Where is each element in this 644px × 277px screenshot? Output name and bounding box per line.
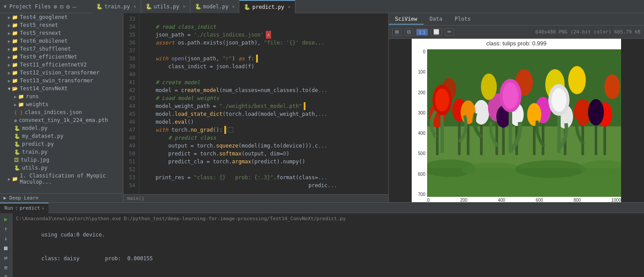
svg-point-46 [462, 163, 524, 178]
run-up-icon[interactable]: ↑ [4, 225, 9, 233]
tab-icon-model: 🐍 [195, 4, 201, 10]
folder-icon: 📁 [12, 38, 18, 44]
tab-sciview[interactable]: SciView [389, 14, 424, 25]
run-tab[interactable]: Run: predict ✕ [0, 203, 48, 213]
svg-point-40 [435, 89, 449, 111]
sidebar-item-convnext[interactable]: ◉ convnext_tiny_1k_224_ema.pth [0, 116, 123, 124]
code-line-54: predic... [143, 181, 385, 189]
tab-close-utils[interactable]: ✕ [183, 4, 186, 9]
sidebar-label: weights [26, 101, 48, 107]
sidebar-item-test11[interactable]: ▶ 📁 Test11_efficientnetV2 [0, 61, 123, 69]
arrow-icon: ▶ [8, 23, 11, 28]
run-sort-icon[interactable]: ≡ [4, 263, 9, 272]
project-icon: ▼ [4, 4, 7, 10]
sidebar-label: my_dataset.py [22, 133, 63, 139]
run-output-line-1: class: daisy prob: 0.000155 [16, 247, 640, 270]
folder-icon: 📁 [12, 54, 18, 60]
line-num: 52 [127, 166, 135, 174]
run-panel: Run: predict ✕ ▶ ↑ ↓ ⏹ ⇄ ≡ ⚙ C:\Anaconda… [0, 202, 644, 277]
sidebar-item-test5rx[interactable]: ▶ 📁 Test5_resnext [0, 29, 123, 37]
arrow-icon: ▶ [8, 63, 11, 67]
folder-icon: 📁 [12, 15, 18, 20]
x-label: 1000 [611, 198, 621, 202]
code-line-43: # Load model weights [143, 94, 385, 102]
tab-label-predict: predict.py [252, 4, 284, 10]
sciview-panel: SciView Data Plots ⊞ ⊟ 1:1 ⬜ ✏ 640x480 P… [388, 13, 644, 202]
run-down-icon[interactable]: ↓ [4, 234, 9, 243]
arrow-icon: ▶ [8, 55, 11, 59]
sidebar-label: Test11_efficientnetV2 [20, 62, 87, 68]
sidebar-item-runs[interactable]: ▶ 📁 runs [0, 92, 123, 100]
svg-point-43 [551, 88, 566, 112]
tab-close-model[interactable]: ✕ [232, 4, 235, 9]
run-tab-close-icon[interactable]: ✕ [42, 206, 44, 211]
folder-open-icon: 📂 [12, 86, 18, 92]
project-title: Project Files [9, 4, 51, 10]
code-line-47: with torch.no_grad(): [143, 126, 385, 134]
sidebar-label: model.py [22, 125, 48, 131]
sidebar-item-test4[interactable]: ▶ 📁 Test4_googlenet [0, 13, 123, 21]
sidebar-item-test7[interactable]: ▶ 📁 Test7_shufflenet [0, 45, 123, 53]
line-num: 45 [127, 110, 135, 118]
tab-close-train[interactable]: ✕ [134, 4, 136, 9]
collapse-btn[interactable]: ⊟ [404, 28, 413, 36]
sidebar-item-test6[interactable]: ▶ 📁 Test6_mobilenet [0, 37, 123, 45]
tab-train-py[interactable]: 🐍 train.py ✕ [92, 0, 141, 13]
sidebar-item-test5r[interactable]: ▶ 📁 Test5_resnet [0, 21, 123, 29]
collapse-icon[interactable]: ⊟ [60, 3, 63, 10]
add-folder-icon[interactable]: ⊕ [53, 3, 57, 10]
line-num: 44 [127, 102, 135, 110]
tab-predict-py[interactable]: 🐍 predict.py ✕ [239, 0, 295, 13]
sidebar-item-model-py[interactable]: 🐍 model.py [0, 124, 123, 132]
code-line-37 [143, 47, 385, 55]
tab-model-py[interactable]: 🐍 model.py ✕ [190, 0, 240, 13]
tab-close-predict[interactable]: ✕ [288, 4, 290, 9]
expand-btn[interactable]: ⊞ [392, 28, 402, 36]
arrow-icon: ▶ [8, 39, 11, 44]
sidebar-item-test14[interactable]: ▼ 📂 Test14_ConvNeXt [0, 85, 123, 92]
sidebar-item-tulip[interactable]: 🖼 tulip.jpg [0, 156, 123, 164]
sidebar-item-test9[interactable]: ▶ 📁 Test9_efficientNet [0, 53, 123, 61]
line-num: 43 [127, 94, 135, 102]
sidebar-item-class-indices[interactable]: { } class_indices.json [0, 108, 123, 116]
sidebar-item-weights[interactable]: ▶ 📁 weights [0, 100, 123, 108]
code-editor[interactable]: # read class_indict json_path = './class… [139, 13, 388, 194]
run-content: ▶ ↑ ↓ ⏹ ⇄ ≡ ⚙ C:\Anaconda3\envs\pytorch\… [0, 213, 644, 277]
sidebar-item-predict[interactable]: 🐍 predict.py [0, 140, 123, 148]
editor-area: 33 34 35 36 37 38 39 40 41 42 43 44 45 4… [123, 13, 388, 202]
run-tabs-bar: Run: predict ✕ [0, 203, 644, 213]
py-file-icon: 🐍 [14, 149, 20, 155]
sidebar-item-utils[interactable]: 🐍 utils.py [0, 164, 123, 172]
run-extra-icon[interactable]: ⚙ [4, 273, 8, 277]
run-redirect-icon[interactable]: ⇄ [4, 254, 9, 262]
tab-utils-py[interactable]: 🐍 utils.py ✕ [141, 0, 190, 13]
line-num: 34 [127, 23, 135, 31]
tab-data[interactable]: Data [424, 14, 449, 25]
sidebar-item-train[interactable]: 🐍 train.py [0, 148, 123, 156]
sidebar-item-test12[interactable]: ▶ 📁 Test12_vision_transformer [0, 69, 123, 77]
main-area: ▶ 📁 Test4_googlenet ▶ 📁 Test5_resnet ▶ 📁… [0, 13, 644, 202]
actual-size-btn[interactable]: 1:1 [416, 29, 428, 36]
image-view: class: tulips prob: 0.999 0 100 200 300 … [389, 39, 644, 202]
draw-btn[interactable]: ✏ [445, 28, 454, 36]
settings-icon[interactable]: ⚙ [66, 3, 70, 10]
minimize-icon[interactable]: — [72, 3, 76, 10]
code-line-51: predict_cla = torch.argmax(predict).nump… [143, 158, 385, 166]
tab-plots[interactable]: Plots [448, 14, 476, 25]
line-num: 35 [127, 31, 135, 39]
folder-icon: 📁 [12, 62, 18, 68]
sidebar-item-mydataset[interactable]: 🐍 my_dataset.py [0, 132, 123, 140]
sidebar-label: Test12_vision_transformer [20, 70, 100, 76]
run-play-icon[interactable]: ▶ [4, 215, 9, 223]
sidebar-label: Test4_googlenet [20, 14, 67, 20]
jpg-file-icon: 🖼 [14, 157, 19, 163]
sidebar-bottom-deep-learn[interactable]: ▶ Deep Learn [0, 193, 123, 202]
fit-btn[interactable]: ⬜ [431, 28, 442, 36]
run-output: C:\Anaconda3\envs\pytorch\python.exe D:/… [12, 213, 644, 277]
x-label: 0 [427, 198, 430, 202]
sidebar-item-classification[interactable]: ▶ 📁 1. Classification of Myopic Maculop.… [0, 172, 123, 186]
code-line-40 [143, 70, 385, 78]
x-label: 400 [498, 198, 505, 202]
run-stop-icon[interactable]: ⏹ [2, 244, 10, 252]
sidebar-item-test13[interactable]: ▶ 📁 Test13_swin_transformer [0, 77, 123, 85]
